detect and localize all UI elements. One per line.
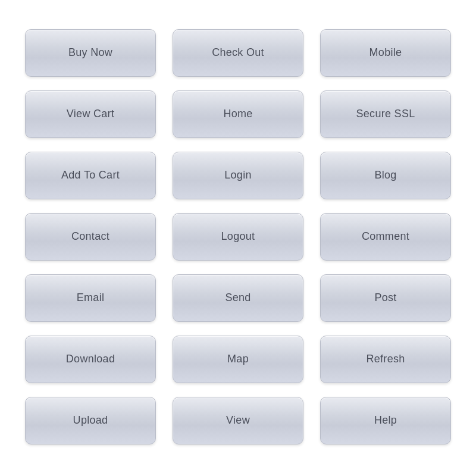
mobile-button[interactable]: Mobile <box>320 29 451 77</box>
contact-button[interactable]: Contact <box>25 213 156 261</box>
refresh-button[interactable]: Refresh <box>320 336 451 383</box>
home-button[interactable]: Home <box>173 90 303 138</box>
add-to-cart-button[interactable]: Add To Cart <box>25 152 156 199</box>
comment-button[interactable]: Comment <box>320 213 451 261</box>
post-button[interactable]: Post <box>320 274 451 322</box>
check-out-button[interactable]: Check Out <box>173 29 303 77</box>
view-button[interactable]: View <box>173 397 303 444</box>
login-button[interactable]: Login <box>173 152 303 199</box>
download-button[interactable]: Download <box>25 336 156 383</box>
button-grid: Buy NowCheck OutMobileView CartHomeSecur… <box>13 17 463 459</box>
logout-button[interactable]: Logout <box>173 213 303 261</box>
map-button[interactable]: Map <box>173 336 303 383</box>
send-button[interactable]: Send <box>173 274 303 322</box>
view-cart-button[interactable]: View Cart <box>25 90 156 138</box>
secure-ssl-button[interactable]: Secure SSL <box>320 90 451 138</box>
buy-now-button[interactable]: Buy Now <box>25 29 156 77</box>
blog-button[interactable]: Blog <box>320 152 451 199</box>
help-button[interactable]: Help <box>320 397 451 444</box>
upload-button[interactable]: Upload <box>25 397 156 444</box>
email-button[interactable]: Email <box>25 274 156 322</box>
